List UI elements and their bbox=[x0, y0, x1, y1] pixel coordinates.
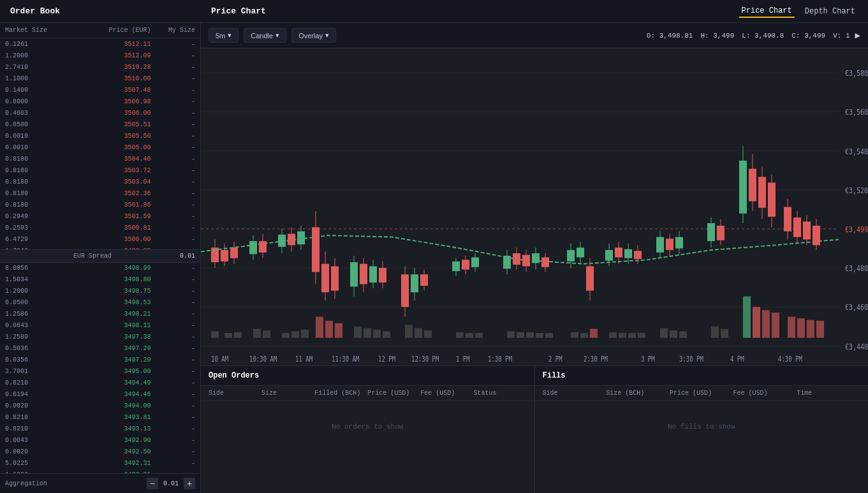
svg-rect-132 bbox=[526, 332, 534, 338]
ask-price: 3506.98 bbox=[62, 98, 151, 105]
bid-row[interactable]: 0.6194 3494.46 - bbox=[0, 389, 200, 401]
ask-row[interactable]: 1.1000 3510.00 - bbox=[0, 73, 200, 84]
ask-my-size: - bbox=[151, 190, 195, 197]
bid-row[interactable]: 0.8210 3494.49 - bbox=[0, 378, 200, 389]
svg-rect-80 bbox=[624, 249, 632, 258]
bid-row[interactable]: 0.0020 3492.50 - bbox=[0, 446, 200, 458]
bid-market-size: 1.2586 bbox=[5, 311, 62, 318]
bid-my-size: - bbox=[151, 357, 195, 364]
ask-row[interactable]: 0.0010 3505.00 - bbox=[0, 142, 200, 153]
svg-rect-84 bbox=[656, 237, 664, 253]
svg-rect-133 bbox=[536, 333, 543, 338]
bid-price: 3498.75 bbox=[62, 288, 151, 295]
bid-market-size: 0.8210 bbox=[5, 379, 62, 386]
bid-row[interactable]: 5.0225 3492.31 - bbox=[0, 458, 200, 469]
svg-text:12 PM: 12 PM bbox=[378, 355, 395, 363]
bid-row[interactable]: 8.0856 3498.99 - bbox=[0, 263, 200, 274]
svg-text:10:30 AM: 10:30 AM bbox=[249, 355, 277, 363]
ask-price: 3505.50 bbox=[62, 133, 151, 140]
bid-row[interactable]: 0.0500 3498.53 - bbox=[0, 297, 200, 309]
ask-row[interactable]: 0.8180 3503.04 - bbox=[0, 176, 200, 188]
ask-market-size: 0.8180 bbox=[5, 179, 62, 186]
bid-my-size: - bbox=[151, 379, 195, 386]
bid-my-size: - bbox=[151, 311, 195, 318]
ask-market-size: 0.8180 bbox=[5, 202, 62, 209]
svg-rect-52 bbox=[420, 274, 428, 286]
ask-row[interactable]: 0.2949 3501.59 - bbox=[0, 210, 200, 222]
ask-my-size: - bbox=[151, 236, 195, 243]
ask-my-size: - bbox=[151, 213, 195, 220]
aggregation-decrease-button[interactable]: − bbox=[147, 478, 158, 489]
ask-row[interactable]: 1.2000 3512.09 - bbox=[0, 50, 200, 61]
bid-row[interactable]: 0.0043 3492.90 - bbox=[0, 435, 200, 446]
bid-my-size: - bbox=[151, 402, 195, 409]
open-value: O: 3,498.81 bbox=[647, 32, 693, 40]
bid-row[interactable]: 1.2000 3498.75 - bbox=[0, 286, 200, 297]
svg-rect-125 bbox=[415, 328, 422, 337]
col-market-size: Market Size bbox=[5, 27, 62, 34]
fills-col-fee: Fee (USD) bbox=[733, 390, 797, 397]
ask-price: 3506.00 bbox=[62, 110, 151, 117]
bid-row[interactable]: 1.2589 3497.38 - bbox=[0, 332, 200, 343]
bid-row[interactable]: 0.0356 3497.20 - bbox=[0, 355, 200, 366]
svg-rect-32 bbox=[297, 232, 305, 244]
svg-rect-108 bbox=[813, 226, 820, 246]
chart-scroll-right[interactable]: ▶ bbox=[855, 30, 860, 41]
ask-price: 3504.40 bbox=[62, 156, 151, 163]
svg-rect-74 bbox=[586, 267, 594, 291]
ask-row[interactable]: 0.1400 3507.48 - bbox=[0, 84, 200, 96]
aggregation-value: 0.01 bbox=[163, 480, 179, 487]
aggregation-increase-button[interactable]: + bbox=[184, 478, 195, 489]
ask-row[interactable]: 0.8000 3506.98 - bbox=[0, 96, 200, 107]
tab-depth-chart[interactable]: Depth Chart bbox=[802, 6, 858, 17]
overlay-button[interactable]: Overlay ▾ bbox=[291, 28, 336, 43]
ask-my-size: - bbox=[151, 224, 195, 232]
ask-market-size: 0.0010 bbox=[5, 133, 62, 140]
ask-row[interactable]: 0.8180 3504.40 - bbox=[0, 153, 200, 165]
ask-row[interactable]: 2.7410 3510.28 - bbox=[0, 61, 200, 73]
candle-button[interactable]: Candle ▾ bbox=[244, 28, 286, 43]
svg-rect-130 bbox=[507, 331, 515, 337]
svg-rect-82 bbox=[634, 251, 642, 259]
bid-row[interactable]: 1.2586 3498.21 - bbox=[0, 309, 200, 320]
ask-row[interactable]: 0.1261 3512.11 - bbox=[0, 38, 200, 50]
svg-rect-90 bbox=[707, 223, 715, 241]
svg-rect-113 bbox=[263, 330, 270, 337]
candlestick-chart: €3,580 €3,560 €3,540 €3,520 €3,499.00 €3… bbox=[201, 48, 868, 365]
svg-rect-48 bbox=[401, 274, 409, 307]
svg-rect-98 bbox=[758, 177, 766, 207]
chart-area[interactable]: €3,580 €3,560 €3,540 €3,520 €3,499.00 €3… bbox=[201, 48, 868, 365]
tab-price-chart[interactable]: Price Chart bbox=[739, 5, 795, 18]
ask-row[interactable]: 6.4729 3500.00 - bbox=[0, 233, 200, 245]
bid-row[interactable]: 3.7001 3495.00 - bbox=[0, 366, 200, 378]
bid-my-size: - bbox=[151, 299, 195, 306]
bid-row[interactable]: 0.0643 3498.11 - bbox=[0, 320, 200, 332]
bid-market-size: 0.6194 bbox=[5, 391, 62, 398]
spread-label: EUR Spread bbox=[5, 253, 180, 260]
bid-row[interactable]: 1.5034 3498.80 - bbox=[0, 274, 200, 286]
svg-rect-112 bbox=[253, 329, 261, 338]
ask-row[interactable]: 0.4603 3506.00 - bbox=[0, 107, 200, 119]
chart-toolbar: 5m ▾ Candle ▾ Overlay ▾ O: 3,498.81 H: 3… bbox=[201, 23, 868, 48]
top-bar: Order Book Price Chart Price Chart Depth… bbox=[0, 0, 868, 23]
bid-my-size: - bbox=[151, 276, 195, 283]
bid-my-size: - bbox=[151, 448, 195, 455]
svg-text:€3,440: €3,440 bbox=[845, 341, 868, 351]
bid-row[interactable]: 0.0020 3494.00 - bbox=[0, 401, 200, 412]
ask-row[interactable]: 0.8180 3501.86 - bbox=[0, 199, 200, 210]
ask-row[interactable]: 0.2593 3500.81 - bbox=[0, 222, 200, 233]
svg-rect-26 bbox=[259, 241, 267, 253]
timeframe-button[interactable]: 5m ▾ bbox=[209, 28, 239, 43]
bid-row[interactable]: 0.8210 3493.13 - bbox=[0, 423, 200, 435]
ask-row[interactable]: 0.8180 3503.72 - bbox=[0, 165, 200, 176]
bid-row[interactable]: 0.5036 3497.29 - bbox=[0, 343, 200, 355]
ask-row[interactable]: 0.0010 3505.50 - bbox=[0, 130, 200, 142]
ask-row[interactable]: 0.0500 3505.51 - bbox=[0, 119, 200, 130]
spread-value: 0.01 bbox=[180, 253, 195, 260]
bid-my-size: - bbox=[151, 414, 195, 421]
bid-row[interactable]: 0.8210 3493.81 - bbox=[0, 412, 200, 423]
svg-rect-64 bbox=[522, 255, 530, 267]
bid-rows: 8.0856 3498.99 - 1.5034 3498.80 - 1.2000… bbox=[0, 263, 200, 474]
ask-my-size: - bbox=[151, 64, 195, 71]
ask-row[interactable]: 0.8180 3502.36 - bbox=[0, 188, 200, 199]
